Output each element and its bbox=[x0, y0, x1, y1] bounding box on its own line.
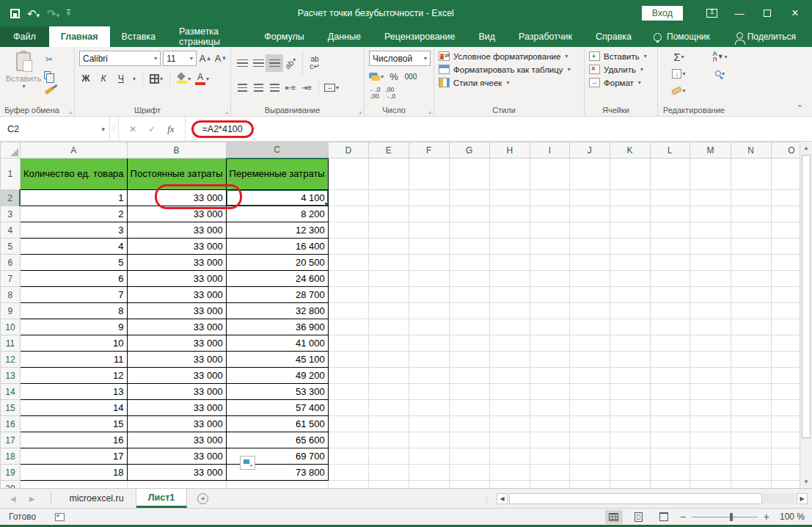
tab-Рецензирование[interactable]: Рецензирование bbox=[373, 26, 467, 47]
format-cells-button[interactable]: Формат▾ bbox=[589, 78, 654, 87]
cell-L10[interactable] bbox=[650, 319, 690, 335]
column-header-A[interactable]: A bbox=[20, 142, 127, 159]
cell-N19[interactable] bbox=[731, 465, 771, 481]
cell-L20[interactable] bbox=[650, 481, 690, 489]
row-header-17[interactable]: 17 bbox=[1, 432, 21, 448]
cell-L6[interactable] bbox=[650, 255, 690, 271]
cell-C9[interactable]: 32 800 bbox=[226, 303, 328, 319]
column-header-I[interactable]: I bbox=[530, 142, 569, 159]
cell-H10[interactable] bbox=[489, 319, 530, 335]
cell-F19[interactable] bbox=[409, 465, 449, 481]
cell-L2[interactable] bbox=[650, 190, 690, 206]
close-button[interactable]: × bbox=[783, 3, 808, 23]
row-header-12[interactable]: 12 bbox=[1, 352, 21, 368]
cell-M7[interactable] bbox=[690, 271, 731, 287]
scroll-right-icon[interactable]: ▶ bbox=[797, 493, 808, 504]
cell-H12[interactable] bbox=[489, 352, 530, 368]
wrap-text-button[interactable]: abc↵ bbox=[308, 57, 321, 70]
copy-button[interactable]: ▾ bbox=[43, 68, 56, 81]
tab-Формулы[interactable]: Формулы bbox=[252, 26, 315, 47]
insert-function-icon[interactable]: fx bbox=[167, 123, 174, 135]
cell-A10[interactable]: 9 bbox=[20, 319, 127, 335]
cell-K2[interactable] bbox=[610, 190, 650, 206]
cell-I20[interactable] bbox=[530, 481, 569, 489]
cell-H4[interactable] bbox=[489, 222, 530, 239]
cell-D1[interactable] bbox=[328, 159, 368, 190]
sheet-tab-microexcel[interactable]: microexcel.ru bbox=[57, 489, 136, 508]
cell-I6[interactable] bbox=[530, 255, 569, 271]
page-layout-view-button[interactable] bbox=[630, 510, 648, 524]
cell-B1[interactable]: Постоянные затраты bbox=[127, 159, 226, 190]
cell-G14[interactable] bbox=[449, 384, 489, 400]
cell-A8[interactable]: 7 bbox=[20, 287, 127, 303]
cell-D3[interactable] bbox=[328, 206, 368, 222]
zoom-slider[interactable] bbox=[692, 517, 758, 517]
tabbar-splitter[interactable]: ⋮ bbox=[483, 495, 491, 503]
cell-D9[interactable] bbox=[328, 303, 368, 319]
cell-B19[interactable]: 33 000 bbox=[127, 465, 226, 481]
cell-G17[interactable] bbox=[449, 432, 489, 448]
cell-M16[interactable] bbox=[690, 416, 731, 432]
column-header-G[interactable]: G bbox=[449, 142, 489, 159]
cell-N20[interactable] bbox=[731, 481, 771, 489]
cell-D11[interactable] bbox=[328, 335, 368, 352]
cell-H6[interactable] bbox=[489, 255, 530, 271]
tab-Разметка страницы[interactable]: Разметка страницы bbox=[167, 26, 252, 47]
page-break-view-button[interactable] bbox=[655, 510, 673, 524]
cell-I14[interactable] bbox=[530, 384, 569, 400]
cell-J6[interactable] bbox=[569, 255, 610, 271]
cell-G6[interactable] bbox=[449, 255, 489, 271]
cell-J4[interactable] bbox=[569, 222, 610, 239]
cell-A19[interactable]: 18 bbox=[20, 465, 127, 481]
fill-color-button[interactable]: ▾ bbox=[177, 72, 191, 85]
cell-D2[interactable] bbox=[328, 190, 368, 206]
row-header-8[interactable]: 8 bbox=[1, 287, 21, 303]
cell-K8[interactable] bbox=[610, 287, 650, 303]
cell-B17[interactable]: 33 000 bbox=[127, 432, 226, 448]
conditional-formatting-button[interactable]: Условное форматирование▾ bbox=[439, 51, 581, 61]
cell-B20[interactable] bbox=[127, 481, 226, 489]
cell-J7[interactable] bbox=[569, 271, 610, 287]
column-header-H[interactable]: H bbox=[489, 142, 530, 159]
cell-H19[interactable] bbox=[489, 465, 530, 481]
maximize-button[interactable] bbox=[755, 3, 780, 23]
cell-I5[interactable] bbox=[530, 239, 569, 255]
cell-K6[interactable] bbox=[610, 255, 650, 271]
cell-E15[interactable] bbox=[368, 400, 409, 416]
cell-A4[interactable]: 3 bbox=[20, 222, 127, 239]
cell-G8[interactable] bbox=[449, 287, 489, 303]
italic-button[interactable]: К bbox=[97, 72, 110, 85]
font-color-button[interactable]: А▾ bbox=[195, 72, 209, 85]
row-header-7[interactable]: 7 bbox=[1, 271, 21, 287]
cell-C15[interactable]: 57 400 bbox=[226, 400, 328, 416]
cell-K15[interactable] bbox=[610, 400, 650, 416]
cell-C13[interactable]: 49 200 bbox=[226, 368, 328, 384]
cell-D8[interactable] bbox=[328, 287, 368, 303]
cell-N4[interactable] bbox=[731, 222, 771, 239]
cell-H13[interactable] bbox=[489, 368, 530, 384]
decrease-decimal-button[interactable]: ,00→,0 bbox=[384, 87, 396, 99]
cell-F10[interactable] bbox=[409, 319, 449, 335]
cell-J2[interactable] bbox=[569, 190, 610, 206]
align-left-button[interactable] bbox=[235, 81, 249, 94]
column-header-N[interactable]: N bbox=[731, 142, 771, 159]
confirm-entry-icon[interactable]: ✓ bbox=[148, 124, 156, 134]
cell-I3[interactable] bbox=[530, 206, 569, 222]
cell-I15[interactable] bbox=[530, 400, 569, 416]
increase-indent-button[interactable]: ⇥≡ bbox=[300, 81, 313, 94]
cell-G9[interactable] bbox=[449, 303, 489, 319]
cell-K11[interactable] bbox=[610, 335, 650, 352]
horizontal-scrollbar[interactable] bbox=[509, 493, 795, 504]
zoom-out-button[interactable]: − bbox=[680, 511, 686, 523]
cell-B5[interactable]: 33 000 bbox=[127, 239, 226, 255]
cell-A1[interactable]: Количество ед. товара bbox=[20, 159, 127, 190]
cell-C4[interactable]: 12 300 bbox=[226, 222, 328, 239]
cell-H14[interactable] bbox=[489, 384, 530, 400]
cell-F2[interactable] bbox=[409, 190, 449, 206]
cell-J12[interactable] bbox=[569, 352, 610, 368]
cell-E12[interactable] bbox=[368, 352, 409, 368]
cell-L19[interactable] bbox=[650, 465, 690, 481]
ribbon-display-options-icon[interactable] bbox=[699, 3, 724, 23]
normal-view-button[interactable] bbox=[605, 510, 623, 524]
cell-E13[interactable] bbox=[368, 368, 409, 384]
